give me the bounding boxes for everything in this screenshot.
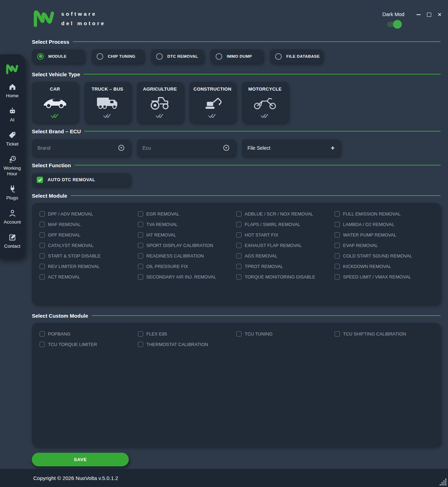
process-option-file-database[interactable]: FILE DATABASE xyxy=(270,49,322,63)
checkbox-item[interactable]: FLAPS / SWIRL REMOVAL xyxy=(236,219,335,230)
dark-mode-toggle[interactable] xyxy=(387,22,400,27)
process-option-dtc-removal[interactable]: DTC REMOVAL xyxy=(151,49,203,63)
checkbox-label: IAT REMOVAL xyxy=(146,232,176,238)
heading-rule xyxy=(75,165,441,165)
app-brand: software del motore xyxy=(33,8,106,28)
checkbox-item[interactable]: TORQUE MONITORING DISABLE xyxy=(236,271,335,282)
resize-grip[interactable] xyxy=(439,478,447,486)
checkbox-item[interactable]: HOT START FIX xyxy=(236,230,335,240)
checkbox-item[interactable]: GPF REMOVAL xyxy=(40,230,138,240)
checked-checkbox-icon xyxy=(37,177,43,183)
checkbox-item[interactable]: SECONDARY AIR INJ. REMOVAL xyxy=(138,271,236,282)
process-option-chip-tuning[interactable]: CHIP TUNING xyxy=(91,49,144,63)
sidebar-item-ai[interactable]: AI xyxy=(0,107,24,123)
checkbox-item[interactable]: REV LIMITER REMOVAL xyxy=(40,261,138,271)
file-select-button[interactable]: File Select + xyxy=(242,139,340,156)
process-option-module[interactable]: MODULE xyxy=(32,49,84,63)
double-check-icon xyxy=(50,113,59,120)
select-vehicle-heading: Select Vehicle Type xyxy=(32,71,441,77)
sidebar-item-label: Plugs xyxy=(6,195,18,201)
dark-mode-control: Dark Mod xyxy=(380,12,407,27)
checkbox-icon xyxy=(138,253,143,259)
checkbox-icon xyxy=(335,253,340,259)
checkbox-item[interactable]: FLEX E85 xyxy=(138,329,236,339)
checkbox-item[interactable]: IAT REMOVAL xyxy=(138,230,236,240)
checkbox-item[interactable]: WATER PUMP REMOVAL xyxy=(335,230,433,240)
checkbox-label: LAMBDA / O2 REMOVAL xyxy=(343,222,394,227)
heading-rule xyxy=(84,74,441,75)
vehicle-card-truck-bus[interactable]: TRUCK – BUS xyxy=(84,82,131,123)
checkbox-item[interactable]: AGS REMOVAL xyxy=(236,250,335,261)
save-button[interactable]: SAVE xyxy=(32,453,129,466)
checkbox-item[interactable]: MAF REMOVAL xyxy=(40,219,138,230)
sidebar-item-contact[interactable]: Contact xyxy=(0,233,24,249)
radio-icon xyxy=(275,53,282,60)
checkbox-label: TCU TUNING xyxy=(245,331,273,337)
checkbox-item[interactable]: FULL EMISSION REMOVAL xyxy=(335,209,433,219)
checkbox-icon xyxy=(335,211,340,217)
vehicle-card-car[interactable]: CAR xyxy=(32,82,78,123)
ecu-select[interactable]: Ecu xyxy=(137,139,235,156)
sidebar-item-account[interactable]: Account xyxy=(0,209,24,225)
process-option-label: CHIP TUNING xyxy=(108,54,135,58)
vehicle-card-motorcycle[interactable]: MOTORCYCLE xyxy=(242,82,288,123)
process-option-immo-dump[interactable]: IMMO DUMP xyxy=(210,49,263,63)
checkbox-item[interactable]: SPEED LIMIT / VMAX REMOVAL xyxy=(335,271,433,282)
minimize-button[interactable] xyxy=(416,12,421,17)
vehicle-card-agriculture[interactable]: AGRICULTURE xyxy=(137,82,183,123)
auto-dtc-removal-checkbox[interactable]: AUTO DTC REMOVAL xyxy=(32,173,130,186)
checkbox-item[interactable]: COLD START SOUND REMOVAL xyxy=(335,250,433,261)
checkbox-icon xyxy=(236,331,241,337)
checkbox-item[interactable]: DPF / ADV REMOVAL xyxy=(40,209,138,219)
select-function-heading: Select Function xyxy=(32,162,441,168)
brand-line1: software xyxy=(61,9,106,19)
checkbox-icon xyxy=(40,264,45,269)
checkbox-label: COLD START SOUND REMOVAL xyxy=(343,253,412,259)
checkbox-item[interactable]: TPROT REMOVAL xyxy=(236,261,335,271)
checkbox-item[interactable]: READINESS CALIBRATION xyxy=(138,250,236,261)
sidebar-item-working-hour[interactable]: Working Hour xyxy=(0,155,24,177)
checkbox-item[interactable]: SPORT DISPLAY CALIBRATION xyxy=(138,240,236,250)
checkbox-label: DPF / ADV REMOVAL xyxy=(48,211,93,217)
close-icon: ✕ xyxy=(438,12,442,18)
checkbox-item[interactable]: START & STOP DISABLE xyxy=(40,250,138,261)
checkbox-item[interactable]: LAMBDA / O2 REMOVAL xyxy=(335,219,433,230)
checkbox-item[interactable]: KICKDOWN REMOVAL xyxy=(335,261,433,271)
checkbox-item[interactable]: EGR REMOVAL xyxy=(138,209,236,219)
sidebar-item-home[interactable]: Home xyxy=(0,83,24,99)
checkbox-item[interactable]: EXHAUST FLAP REMOVAL xyxy=(236,240,335,250)
sidebar-item-plugs[interactable]: Plugs xyxy=(0,185,24,201)
heading-rule xyxy=(71,195,441,196)
radio-icon xyxy=(216,53,222,60)
checkbox-label: EVAP REMOVAL xyxy=(343,243,378,248)
sidebar-item-ticket[interactable]: Ticket xyxy=(0,131,24,147)
close-button[interactable]: ✕ xyxy=(437,12,442,17)
checkbox-item[interactable]: CATALYST REMOVAL xyxy=(40,240,138,250)
checkbox-icon xyxy=(138,274,143,280)
checkbox-icon xyxy=(40,243,45,248)
vehicle-card-title: AGRICULTURE xyxy=(143,86,177,92)
checkbox-item[interactable]: EVAP REMOVAL xyxy=(335,240,433,250)
section-heading-text: Select Process xyxy=(32,39,69,45)
brand-select[interactable]: Brand xyxy=(32,139,130,156)
checkbox-icon xyxy=(236,253,241,259)
sidebar-item-label: Working Hour xyxy=(0,165,24,177)
vehicle-card-construction[interactable]: CONSTRUCTION xyxy=(189,82,236,123)
checkbox-item[interactable]: THERMOSTAT CALIBRATION xyxy=(138,339,236,350)
checkbox-label: KICKDOWN REMOVAL xyxy=(343,264,391,269)
checkbox-item[interactable]: TCU SHIFTING CALIBRATION xyxy=(335,329,433,339)
checkbox-item[interactable]: POPBANG xyxy=(40,329,138,339)
maximize-button[interactable] xyxy=(426,12,432,17)
vehicle-card-title: MOTORCYCLE xyxy=(248,86,281,92)
checkbox-item[interactable]: ACT REMOVAL xyxy=(40,271,138,282)
person-icon xyxy=(8,209,17,218)
checkbox-item[interactable]: TVA REMOVAL xyxy=(138,219,236,230)
checkbox-item[interactable]: ADBLUE / SCR / NOX REMOVAL xyxy=(236,209,335,219)
checkbox-item[interactable]: TCU TORQUE LIMITER xyxy=(40,339,138,350)
checkbox-icon xyxy=(236,243,241,248)
vehicle-card-title: CONSTRUCTION xyxy=(194,86,231,92)
select-brand-ecu-heading: Select Brand – ECU xyxy=(32,128,441,134)
process-options: MODULE CHIP TUNING DTC REMOVAL IMMO DUMP… xyxy=(32,49,441,63)
checkbox-item[interactable]: OIL PRESSURE FIX xyxy=(138,261,236,271)
checkbox-item[interactable]: TCU TUNING xyxy=(236,329,335,339)
